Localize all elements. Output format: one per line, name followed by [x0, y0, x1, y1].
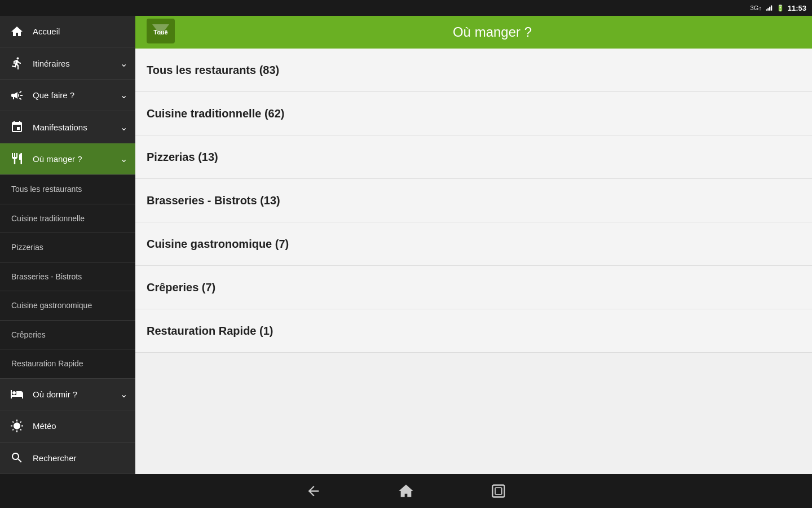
- right-header: Touê Où manger ?: [135, 16, 812, 49]
- list-item-label: Restauration Rapide (1): [147, 325, 273, 338]
- sidebar-label-manifestations: Manifestations: [33, 122, 120, 132]
- sidebar-item-rechercher[interactable]: Rechercher: [0, 443, 135, 474]
- sidebar-label-ou-dormir: Où dormir ?: [33, 389, 120, 399]
- sidebar-label-rechercher: Rechercher: [33, 453, 127, 463]
- chevron-ou-dormir: ⌄: [120, 389, 127, 400]
- svg-rect-1: [767, 8, 769, 11]
- svg-rect-7: [493, 485, 505, 497]
- sidebar-item-ou-dormir[interactable]: Où dormir ? ⌄: [0, 379, 135, 410]
- sun-icon: [8, 417, 26, 435]
- search-icon: [8, 449, 26, 467]
- main-area: Accueil Itinéraires ⌄ Que faire ? ⌄: [0, 16, 812, 474]
- recent-apps-button[interactable]: [486, 479, 511, 503]
- sidebar-label-que-faire: Que faire ?: [33, 90, 120, 100]
- sidebar-subitem-tous-restaurants[interactable]: Tous les restaurants: [0, 175, 135, 204]
- svg-rect-2: [769, 7, 770, 11]
- sidebar-item-meteo[interactable]: Météo: [0, 410, 135, 442]
- chevron-ou-manger: ⌄: [120, 154, 127, 164]
- svg-rect-0: [766, 10, 767, 11]
- list-item-cuisine-traditionnelle[interactable]: Cuisine traditionnelle (62): [135, 92, 812, 135]
- sidebar-subitem-pizzerias[interactable]: Pizzerias: [0, 233, 135, 262]
- list-item-creperies[interactable]: Crêperies (7): [135, 266, 812, 309]
- bed-icon: [8, 385, 26, 403]
- sidebar-subitem-brasseries[interactable]: Brasseries - Bistrots: [0, 262, 135, 292]
- sidebar-subitem-restauration-rapide[interactable]: Restauration Rapide: [0, 349, 135, 379]
- wifi-icon: [765, 3, 773, 12]
- list-item-label: Pizzerias (13): [147, 151, 218, 164]
- list-item-label: Cuisine traditionnelle (62): [147, 107, 284, 120]
- sidebar-subitem-creperies[interactable]: Crêperies: [0, 321, 135, 350]
- sidebar-subitem-cuisine-traditionnelle[interactable]: Cuisine traditionnelle: [0, 204, 135, 234]
- clock: 11:53: [788, 4, 806, 12]
- content-area: Touê Où manger ? Tous les restaurants (8…: [135, 16, 812, 474]
- home-icon: [8, 23, 26, 41]
- subitem-label-pizzerias: Pizzerias: [11, 243, 43, 252]
- route-icon: [8, 54, 26, 72]
- header-title: Où manger ?: [184, 24, 801, 40]
- header-logo: Touê: [147, 19, 175, 46]
- sidebar-item-itineraires[interactable]: Itinéraires ⌄: [0, 47, 135, 79]
- fork-icon: [8, 150, 26, 168]
- sidebar-item-manifestations[interactable]: Manifestations ⌄: [0, 111, 135, 143]
- chevron-manifestations: ⌄: [120, 122, 127, 133]
- list-item-pizzerias[interactable]: Pizzerias (13): [135, 135, 812, 179]
- list-item-cuisine-gastronomique[interactable]: Cuisine gastronomique (7): [135, 222, 812, 266]
- sidebar-label-accueil: Accueil: [33, 27, 127, 36]
- svg-rect-3: [771, 6, 772, 11]
- back-button[interactable]: [301, 479, 326, 503]
- subitem-label-brasseries: Brasseries - Bistrots: [11, 272, 82, 281]
- subitem-label-tous-restaurants: Tous les restaurants: [11, 185, 82, 194]
- signal-icon: 3G↑: [751, 5, 762, 11]
- sidebar-label-itineraires: Itinéraires: [33, 59, 120, 68]
- subitem-label-cuisine-traditionnelle: Cuisine traditionnelle: [11, 214, 85, 223]
- list-item-tous-restaurants[interactable]: Tous les restaurants (83): [135, 49, 812, 92]
- navigation-bar: [0, 474, 812, 508]
- list-item-label: Cuisine gastronomique (7): [147, 238, 289, 251]
- content-list: Tous les restaurants (83) Cuisine tradit…: [135, 49, 812, 474]
- list-item-label: Brasseries - Bistrots (13): [147, 194, 280, 207]
- subitem-label-restauration-rapide: Restauration Rapide: [11, 359, 83, 368]
- chevron-que-faire: ⌄: [120, 90, 127, 100]
- megaphone-icon: [8, 86, 26, 104]
- subitem-label-creperies: Crêperies: [11, 330, 46, 339]
- subitem-label-cuisine-gastronomique: Cuisine gastronomique: [11, 301, 92, 310]
- svg-rect-8: [495, 488, 502, 494]
- sidebar-item-accueil[interactable]: Accueil: [0, 16, 135, 47]
- home-button[interactable]: [394, 479, 418, 503]
- calendar-icon: [8, 118, 26, 136]
- list-item-label: Tous les restaurants (83): [147, 64, 279, 77]
- sidebar: Accueil Itinéraires ⌄ Que faire ? ⌄: [0, 16, 135, 474]
- list-item-restauration-rapide[interactable]: Restauration Rapide (1): [135, 309, 812, 353]
- sidebar-item-ou-manger[interactable]: Où manger ? ⌄: [0, 143, 135, 175]
- list-item-label: Crêperies (7): [147, 281, 215, 294]
- sidebar-subitem-cuisine-gastronomique[interactable]: Cuisine gastronomique: [0, 291, 135, 321]
- list-item-brasseries-bistrots[interactable]: Brasseries - Bistrots (13): [135, 179, 812, 222]
- sidebar-item-que-faire[interactable]: Que faire ? ⌄: [0, 80, 135, 111]
- chevron-itineraires: ⌄: [120, 58, 127, 69]
- battery-icon: 🔋: [776, 5, 784, 12]
- status-bar: 3G↑ 🔋 11:53: [0, 0, 812, 16]
- sidebar-label-ou-manger: Où manger ?: [33, 154, 120, 164]
- sidebar-label-meteo: Météo: [33, 421, 127, 431]
